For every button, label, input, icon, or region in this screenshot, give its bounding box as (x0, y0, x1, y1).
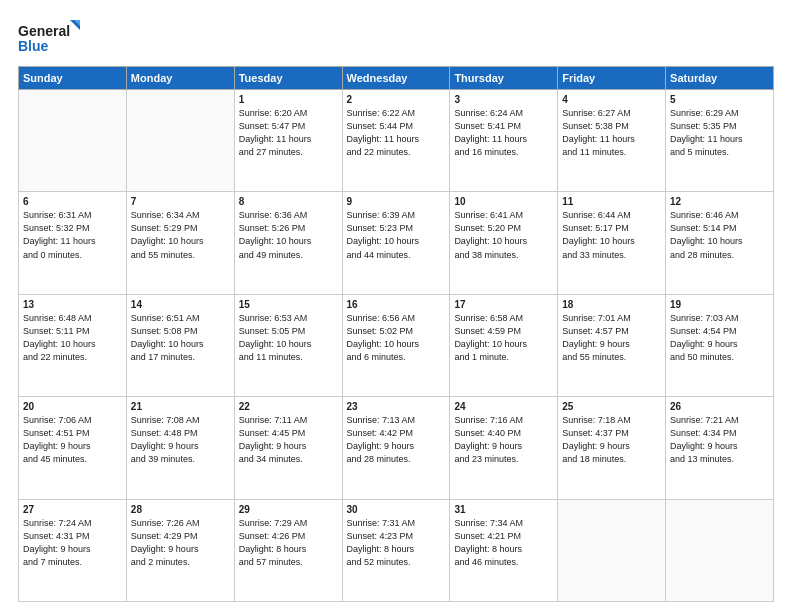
weekday-header-wednesday: Wednesday (342, 67, 450, 90)
day-number: 10 (454, 196, 553, 207)
day-number: 18 (562, 299, 661, 310)
weekday-header-sunday: Sunday (19, 67, 127, 90)
day-cell: 17Sunrise: 6:58 AMSunset: 4:59 PMDayligh… (450, 294, 558, 396)
day-cell: 15Sunrise: 6:53 AMSunset: 5:05 PMDayligh… (234, 294, 342, 396)
day-number: 29 (239, 504, 338, 515)
weekday-header-saturday: Saturday (666, 67, 774, 90)
day-number: 21 (131, 401, 230, 412)
day-cell: 19Sunrise: 7:03 AMSunset: 4:54 PMDayligh… (666, 294, 774, 396)
day-number: 25 (562, 401, 661, 412)
day-cell: 26Sunrise: 7:21 AMSunset: 4:34 PMDayligh… (666, 397, 774, 499)
weekday-header-monday: Monday (126, 67, 234, 90)
day-detail: Sunrise: 7:11 AMSunset: 4:45 PMDaylight:… (239, 414, 338, 466)
day-detail: Sunrise: 6:46 AMSunset: 5:14 PMDaylight:… (670, 209, 769, 261)
logo: GeneralBlue (18, 18, 88, 56)
week-row-2: 6Sunrise: 6:31 AMSunset: 5:32 PMDaylight… (19, 192, 774, 294)
week-row-3: 13Sunrise: 6:48 AMSunset: 5:11 PMDayligh… (19, 294, 774, 396)
day-detail: Sunrise: 6:44 AMSunset: 5:17 PMDaylight:… (562, 209, 661, 261)
day-number: 28 (131, 504, 230, 515)
day-detail: Sunrise: 7:01 AMSunset: 4:57 PMDaylight:… (562, 312, 661, 364)
day-cell: 13Sunrise: 6:48 AMSunset: 5:11 PMDayligh… (19, 294, 127, 396)
day-cell: 3Sunrise: 6:24 AMSunset: 5:41 PMDaylight… (450, 90, 558, 192)
day-cell: 20Sunrise: 7:06 AMSunset: 4:51 PMDayligh… (19, 397, 127, 499)
weekday-header-thursday: Thursday (450, 67, 558, 90)
calendar-table: SundayMondayTuesdayWednesdayThursdayFrid… (18, 66, 774, 602)
day-detail: Sunrise: 6:58 AMSunset: 4:59 PMDaylight:… (454, 312, 553, 364)
day-cell: 4Sunrise: 6:27 AMSunset: 5:38 PMDaylight… (558, 90, 666, 192)
day-cell: 1Sunrise: 6:20 AMSunset: 5:47 PMDaylight… (234, 90, 342, 192)
day-detail: Sunrise: 6:20 AMSunset: 5:47 PMDaylight:… (239, 107, 338, 159)
day-number: 13 (23, 299, 122, 310)
day-cell: 14Sunrise: 6:51 AMSunset: 5:08 PMDayligh… (126, 294, 234, 396)
day-detail: Sunrise: 6:24 AMSunset: 5:41 PMDaylight:… (454, 107, 553, 159)
day-detail: Sunrise: 7:31 AMSunset: 4:23 PMDaylight:… (347, 517, 446, 569)
day-detail: Sunrise: 6:31 AMSunset: 5:32 PMDaylight:… (23, 209, 122, 261)
day-detail: Sunrise: 6:39 AMSunset: 5:23 PMDaylight:… (347, 209, 446, 261)
day-number: 27 (23, 504, 122, 515)
day-detail: Sunrise: 7:26 AMSunset: 4:29 PMDaylight:… (131, 517, 230, 569)
day-detail: Sunrise: 7:21 AMSunset: 4:34 PMDaylight:… (670, 414, 769, 466)
day-cell: 16Sunrise: 6:56 AMSunset: 5:02 PMDayligh… (342, 294, 450, 396)
logo-svg: GeneralBlue (18, 18, 88, 56)
week-row-5: 27Sunrise: 7:24 AMSunset: 4:31 PMDayligh… (19, 499, 774, 601)
day-number: 8 (239, 196, 338, 207)
day-cell (126, 90, 234, 192)
day-detail: Sunrise: 7:06 AMSunset: 4:51 PMDaylight:… (23, 414, 122, 466)
day-number: 26 (670, 401, 769, 412)
day-cell (558, 499, 666, 601)
day-cell: 21Sunrise: 7:08 AMSunset: 4:48 PMDayligh… (126, 397, 234, 499)
day-cell: 18Sunrise: 7:01 AMSunset: 4:57 PMDayligh… (558, 294, 666, 396)
day-number: 17 (454, 299, 553, 310)
svg-text:General: General (18, 23, 70, 39)
day-cell: 24Sunrise: 7:16 AMSunset: 4:40 PMDayligh… (450, 397, 558, 499)
day-number: 16 (347, 299, 446, 310)
day-detail: Sunrise: 7:16 AMSunset: 4:40 PMDaylight:… (454, 414, 553, 466)
day-number: 15 (239, 299, 338, 310)
day-detail: Sunrise: 6:53 AMSunset: 5:05 PMDaylight:… (239, 312, 338, 364)
day-detail: Sunrise: 7:08 AMSunset: 4:48 PMDaylight:… (131, 414, 230, 466)
day-cell: 2Sunrise: 6:22 AMSunset: 5:44 PMDaylight… (342, 90, 450, 192)
day-cell: 7Sunrise: 6:34 AMSunset: 5:29 PMDaylight… (126, 192, 234, 294)
day-number: 12 (670, 196, 769, 207)
day-cell: 29Sunrise: 7:29 AMSunset: 4:26 PMDayligh… (234, 499, 342, 601)
day-detail: Sunrise: 7:13 AMSunset: 4:42 PMDaylight:… (347, 414, 446, 466)
day-number: 3 (454, 94, 553, 105)
day-detail: Sunrise: 6:56 AMSunset: 5:02 PMDaylight:… (347, 312, 446, 364)
day-cell: 25Sunrise: 7:18 AMSunset: 4:37 PMDayligh… (558, 397, 666, 499)
day-number: 19 (670, 299, 769, 310)
day-number: 2 (347, 94, 446, 105)
page: GeneralBlue SundayMondayTuesdayWednesday… (0, 0, 792, 612)
svg-text:Blue: Blue (18, 38, 49, 54)
day-cell: 5Sunrise: 6:29 AMSunset: 5:35 PMDaylight… (666, 90, 774, 192)
day-detail: Sunrise: 7:03 AMSunset: 4:54 PMDaylight:… (670, 312, 769, 364)
day-detail: Sunrise: 6:48 AMSunset: 5:11 PMDaylight:… (23, 312, 122, 364)
day-number: 30 (347, 504, 446, 515)
day-cell: 23Sunrise: 7:13 AMSunset: 4:42 PMDayligh… (342, 397, 450, 499)
day-number: 6 (23, 196, 122, 207)
day-cell: 12Sunrise: 6:46 AMSunset: 5:14 PMDayligh… (666, 192, 774, 294)
day-cell: 27Sunrise: 7:24 AMSunset: 4:31 PMDayligh… (19, 499, 127, 601)
day-number: 5 (670, 94, 769, 105)
day-cell: 10Sunrise: 6:41 AMSunset: 5:20 PMDayligh… (450, 192, 558, 294)
day-number: 24 (454, 401, 553, 412)
day-detail: Sunrise: 6:29 AMSunset: 5:35 PMDaylight:… (670, 107, 769, 159)
week-row-1: 1Sunrise: 6:20 AMSunset: 5:47 PMDaylight… (19, 90, 774, 192)
day-cell (666, 499, 774, 601)
day-detail: Sunrise: 7:18 AMSunset: 4:37 PMDaylight:… (562, 414, 661, 466)
day-number: 22 (239, 401, 338, 412)
day-number: 14 (131, 299, 230, 310)
day-detail: Sunrise: 6:41 AMSunset: 5:20 PMDaylight:… (454, 209, 553, 261)
day-detail: Sunrise: 7:24 AMSunset: 4:31 PMDaylight:… (23, 517, 122, 569)
day-number: 11 (562, 196, 661, 207)
weekday-header-row: SundayMondayTuesdayWednesdayThursdayFrid… (19, 67, 774, 90)
day-number: 7 (131, 196, 230, 207)
day-detail: Sunrise: 6:27 AMSunset: 5:38 PMDaylight:… (562, 107, 661, 159)
weekday-header-friday: Friday (558, 67, 666, 90)
week-row-4: 20Sunrise: 7:06 AMSunset: 4:51 PMDayligh… (19, 397, 774, 499)
day-cell: 9Sunrise: 6:39 AMSunset: 5:23 PMDaylight… (342, 192, 450, 294)
day-cell: 28Sunrise: 7:26 AMSunset: 4:29 PMDayligh… (126, 499, 234, 601)
day-number: 23 (347, 401, 446, 412)
day-number: 1 (239, 94, 338, 105)
header: GeneralBlue (18, 18, 774, 56)
day-detail: Sunrise: 7:29 AMSunset: 4:26 PMDaylight:… (239, 517, 338, 569)
